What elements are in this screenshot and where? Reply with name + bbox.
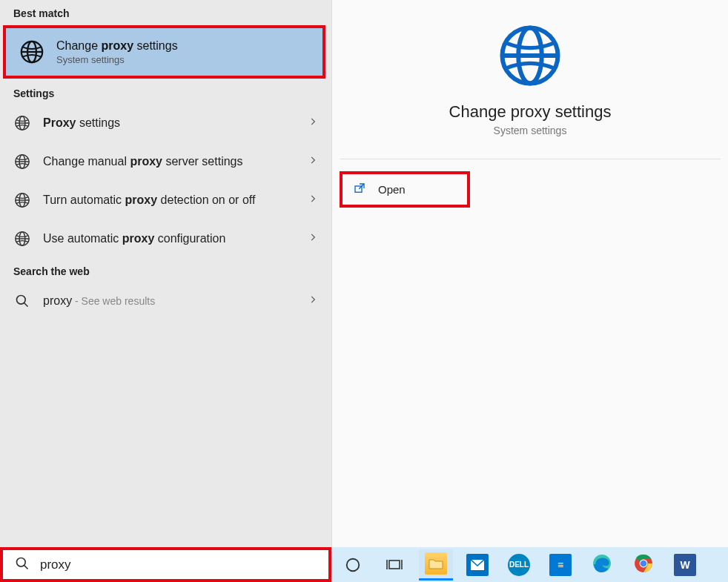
section-search-web: Search the web bbox=[0, 258, 331, 282]
preview-pane: Change proxy settings System settings Op… bbox=[331, 0, 728, 547]
globe-icon bbox=[13, 114, 31, 132]
chevron-right-icon bbox=[308, 232, 318, 245]
search-icon bbox=[15, 556, 30, 574]
svg-rect-8 bbox=[389, 560, 400, 569]
edge-button[interactable] bbox=[585, 549, 619, 581]
mail-button[interactable] bbox=[460, 549, 494, 581]
chevron-right-icon bbox=[308, 294, 318, 308]
svg-point-7 bbox=[347, 558, 360, 571]
edge-icon bbox=[592, 554, 612, 576]
taskbar-apps: DELL ≡ W bbox=[331, 547, 728, 582]
dell-icon: DELL bbox=[508, 554, 530, 576]
results-column: Best match Change proxy settings System … bbox=[0, 0, 331, 547]
globe-icon bbox=[13, 230, 31, 248]
settings-result-manual-proxy[interactable]: Change manual proxy server settings bbox=[0, 142, 331, 181]
task-view-icon bbox=[385, 558, 403, 572]
bm-subtitle: System settings bbox=[56, 54, 178, 65]
task-view-button[interactable] bbox=[377, 549, 411, 581]
settings-result-auto-config[interactable]: Use automatic proxy configuration bbox=[0, 219, 331, 258]
bm-title-pre: Change bbox=[56, 39, 102, 52]
globe-icon bbox=[497, 22, 563, 89]
preview-subtitle: System settings bbox=[332, 125, 728, 136]
settings-result-auto-detect[interactable]: Turn automatic proxy detection on or off bbox=[0, 181, 331, 219]
preview-title: Change proxy settings bbox=[332, 102, 728, 122]
file-explorer-button[interactable] bbox=[419, 549, 453, 581]
open-label: Open bbox=[378, 183, 406, 196]
chevron-right-icon bbox=[308, 155, 318, 168]
divider bbox=[340, 159, 721, 159]
dell-app-button[interactable]: DELL bbox=[502, 549, 536, 581]
web-search-result[interactable]: proxy - See web results bbox=[0, 282, 331, 320]
globe-icon bbox=[13, 153, 31, 171]
word-button[interactable]: W bbox=[668, 549, 702, 581]
app-tile-button[interactable]: ≡ bbox=[543, 549, 578, 581]
mail-icon bbox=[466, 554, 489, 576]
bm-title-bold: proxy bbox=[102, 39, 134, 52]
section-settings: Settings bbox=[0, 80, 331, 104]
globe-icon bbox=[19, 39, 44, 65]
chevron-right-icon bbox=[308, 194, 318, 207]
open-button[interactable]: Open bbox=[340, 171, 470, 208]
search-input[interactable] bbox=[40, 558, 317, 572]
word-icon: W bbox=[674, 554, 696, 576]
cortana-circle-icon bbox=[345, 557, 361, 573]
chrome-button[interactable] bbox=[626, 549, 661, 581]
taskbar: DELL ≡ W bbox=[0, 547, 728, 582]
word-2019-icon: ≡ bbox=[549, 554, 572, 576]
web-search-term: proxy bbox=[43, 294, 72, 307]
web-search-suffix: - See web results bbox=[72, 295, 155, 307]
chrome-icon bbox=[634, 554, 653, 576]
cortana-button[interactable] bbox=[336, 549, 370, 581]
start-search-panel: Best match Change proxy settings System … bbox=[0, 0, 728, 547]
file-explorer-icon bbox=[425, 552, 447, 575]
settings-result-proxy-settings[interactable]: Proxy settings bbox=[0, 104, 331, 142]
globe-icon bbox=[13, 191, 31, 209]
open-external-icon bbox=[353, 182, 366, 197]
bm-title-post: settings bbox=[133, 39, 178, 52]
section-best-match: Best match bbox=[0, 0, 331, 24]
best-match-result[interactable]: Change proxy settings System settings bbox=[3, 25, 325, 79]
search-icon bbox=[13, 292, 31, 310]
chevron-right-icon bbox=[308, 116, 318, 130]
taskbar-search-box[interactable] bbox=[0, 547, 331, 582]
best-match-text: Change proxy settings System settings bbox=[56, 39, 178, 65]
svg-point-15 bbox=[641, 560, 647, 566]
